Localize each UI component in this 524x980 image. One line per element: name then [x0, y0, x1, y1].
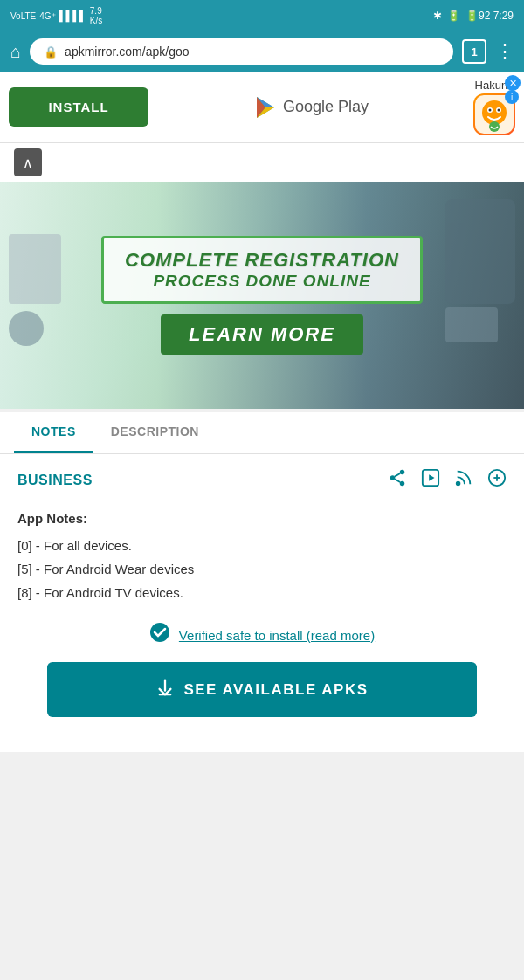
notes-heading: App Notes: [17, 507, 507, 530]
svg-point-8 [489, 109, 492, 112]
hero-learn-more-button[interactable]: LEARN MORE [161, 314, 363, 355]
bluetooth-icon: ✱ [433, 10, 442, 22]
notes-line-2: [5] - For Android Wear devices [17, 557, 507, 581]
svg-rect-23 [159, 694, 172, 695]
svg-point-12 [390, 475, 396, 480]
battery-icon: 🔋 [447, 10, 460, 22]
see-apks-button[interactable]: SEE AVAILABLE APKS [47, 662, 478, 717]
download-icon [155, 678, 175, 701]
info-badge[interactable]: i [505, 90, 519, 104]
status-left: VoLTE 4G⁺ ▌▌▌▌ 7.9K/s [10, 6, 102, 25]
tab-count-button[interactable]: 1 [462, 39, 486, 64]
verified-check-icon [149, 622, 170, 648]
hero-banner: COMPLETE REGISTRATION PROCESS DONE ONLIN… [0, 182, 524, 409]
section-title: BUSINESS [17, 473, 93, 488]
tab-notes[interactable]: NOTES [14, 412, 93, 453]
tab-bar: NOTES DESCRIPTION [0, 412, 524, 454]
download-arrow-icon [155, 678, 175, 697]
ad-banner: INSTALL Google Play Hakuna [0, 72, 524, 143]
checkmark-icon [149, 622, 170, 643]
status-right: ✱ 🔋 🔋92 7:29 [433, 10, 514, 22]
svg-point-10 [489, 121, 500, 132]
google-play-icon [253, 95, 278, 120]
svg-marker-17 [429, 474, 434, 480]
status-bar: VoLTE 4G⁺ ▌▌▌▌ 7.9K/s ✱ 🔋 🔋92 7:29 [0, 0, 524, 31]
verified-section: Verified safe to install (read more) [17, 604, 507, 662]
browser-bar: ⌂ 🔒 apkmirror.com/apk/goo 1 ⋮ [0, 31, 524, 72]
icon-bar [388, 468, 507, 493]
share-icon[interactable] [388, 468, 407, 493]
svg-point-9 [498, 109, 500, 112]
hakuna-app-wrapper: i [473, 93, 515, 135]
rss-icon[interactable] [454, 468, 473, 493]
collapse-button[interactable]: ∧ [14, 148, 42, 176]
main-content: NOTES DESCRIPTION BUSINESS [0, 412, 524, 752]
hero-text-line1: COMPLETE REGISTRATION [125, 249, 399, 272]
signal-bars: ▌▌▌▌ [59, 10, 86, 21]
url-text: apkmirror.com/apk/goo [65, 45, 439, 59]
notes-line-1: [0] - For all devices. [17, 534, 507, 557]
url-bar[interactable]: 🔒 apkmirror.com/apk/goo [30, 38, 453, 65]
see-apks-label: SEE AVAILABLE APKS [183, 681, 368, 699]
pushbullet-icon[interactable] [487, 468, 507, 493]
hero-text-line2: PROCESS DONE ONLINE [125, 272, 399, 291]
network-type: 4G⁺ [39, 11, 55, 21]
install-button[interactable]: INSTALL [9, 87, 148, 127]
svg-line-14 [395, 479, 400, 482]
svg-point-22 [150, 623, 169, 642]
google-play-logo: Google Play [253, 95, 369, 120]
collapse-wrapper: ∧ [0, 143, 524, 182]
google-play-label: Google Play [283, 98, 369, 116]
tab-description[interactable]: DESCRIPTION [93, 412, 217, 453]
playstore-icon[interactable] [421, 468, 440, 493]
notes-line-3: [8] - For Android TV devices. [17, 581, 507, 604]
svg-point-11 [400, 470, 405, 475]
hakuna-section: Hakuna i ✕ [473, 79, 515, 135]
home-button[interactable]: ⌂ [10, 42, 21, 62]
google-play-badge: Google Play [157, 95, 465, 120]
svg-point-18 [457, 482, 460, 486]
close-ad-button[interactable]: ✕ [505, 75, 521, 91]
lock-icon: 🔒 [44, 45, 58, 59]
section-header: BUSINESS [17, 468, 507, 493]
menu-button[interactable]: ⋮ [495, 40, 514, 63]
svg-point-5 [482, 100, 507, 125]
notes-content: App Notes: [0] - For all devices. [5] - … [17, 507, 507, 604]
svg-point-13 [400, 481, 405, 487]
carrier-info: VoLTE [10, 11, 36, 21]
content-area: BUSINESS [0, 454, 524, 752]
hero-registration-box: COMPLETE REGISTRATION PROCESS DONE ONLIN… [101, 236, 423, 304]
hero-content: COMPLETE REGISTRATION PROCESS DONE ONLIN… [0, 218, 524, 372]
svg-line-15 [395, 473, 400, 477]
verified-text[interactable]: Verified safe to install (read more) [179, 628, 375, 643]
speed-indicator: 7.9K/s [90, 6, 102, 25]
battery-level: 🔋92 7:29 [465, 10, 514, 22]
